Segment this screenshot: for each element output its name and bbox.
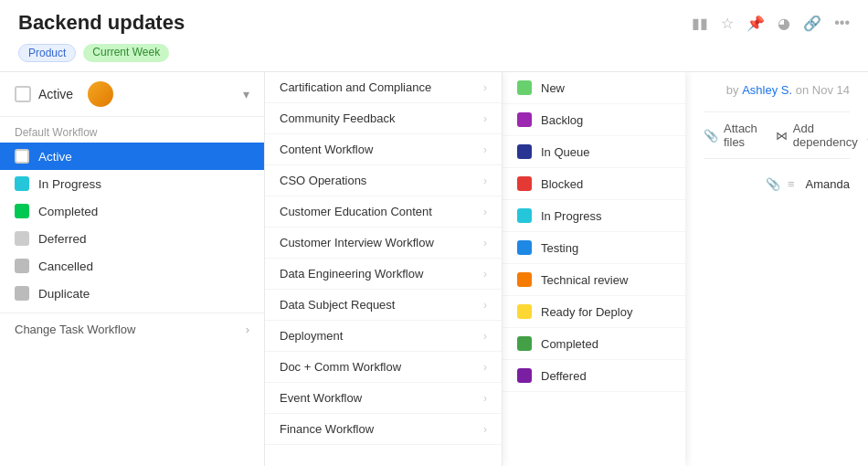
dot-completed-icon xyxy=(517,336,532,351)
main-content: Active ▾ Default Workflow Active In Prog… xyxy=(0,72,868,466)
chevron-right-icon: › xyxy=(483,81,487,94)
dot-testing-icon xyxy=(517,240,532,255)
chevron-right-icon: › xyxy=(483,268,487,281)
attachment-icon[interactable]: 📎 xyxy=(766,177,780,191)
dot-inqueue-icon xyxy=(517,144,532,159)
status-label-duplicate: Duplicate xyxy=(38,287,90,301)
list-item[interactable]: Community Feedback › xyxy=(265,103,502,134)
page-title: Backend updates xyxy=(18,11,185,35)
status-item-completed[interactable]: Completed xyxy=(0,197,264,225)
status-option-label: Completed xyxy=(541,337,598,351)
list-item[interactable]: Event Workflow › xyxy=(265,383,502,414)
status-option-label: Technical review xyxy=(541,273,628,287)
list-item[interactable]: Customer Education Content › xyxy=(265,196,502,228)
calendar-icon[interactable]: ▮▮ xyxy=(692,15,708,32)
status-dropdown[interactable]: Active ▾ xyxy=(0,72,264,117)
status-option-new[interactable]: New xyxy=(503,72,685,104)
status-option-techreview[interactable]: Technical review xyxy=(503,264,685,296)
list-item[interactable]: Customer Interview Workflow › xyxy=(265,228,502,259)
dot-blocked-icon xyxy=(517,176,532,191)
list-item[interactable]: Cartification and Compliance › xyxy=(265,72,502,103)
rss-icon[interactable]: ◕ xyxy=(778,15,790,32)
chevron-right-icon: › xyxy=(483,237,487,249)
more-icon[interactable]: ••• xyxy=(834,15,850,31)
status-option-label: New xyxy=(541,81,565,95)
status-panel: Active ▾ Default Workflow Active In Prog… xyxy=(0,72,265,466)
tag-current-week[interactable]: Current Week xyxy=(83,44,169,62)
chevron-right-icon: › xyxy=(483,299,487,312)
workflow-item-label: Community Feedback xyxy=(280,111,395,125)
list-icon[interactable]: ≡ xyxy=(788,177,795,191)
status-option-blocked[interactable]: Blocked xyxy=(503,168,685,200)
header-icons: ▮▮ ☆ 📌 ◕ 🔗 ••• xyxy=(692,15,850,32)
task-actions: 📎 Attach files ⋈ Add dependency 18 xyxy=(704,111,850,159)
status-option-deffered[interactable]: Deffered xyxy=(503,360,685,392)
chevron-right-icon: › xyxy=(483,392,487,405)
assignee-action-icons: 📎 ≡ xyxy=(766,177,795,191)
status-option-backlog[interactable]: Backlog xyxy=(503,104,685,136)
list-item[interactable]: Data Subject Request › xyxy=(265,290,502,321)
workflow-item-label: Customer Interview Workflow xyxy=(280,236,434,249)
right-content: by Ashley S. on Nov 14 📎 Attach files ⋈ … xyxy=(685,72,868,466)
chevron-right-icon: › xyxy=(483,330,487,343)
workflow-item-label: Content Workflow xyxy=(280,143,373,156)
list-item[interactable]: Deployment › xyxy=(265,321,502,352)
link-icon[interactable]: 🔗 xyxy=(803,15,821,32)
status-option-readydeploy[interactable]: Ready for Deploy xyxy=(503,296,685,328)
header: Backend updates ▮▮ ☆ 📌 ◕ 🔗 ••• Product C… xyxy=(0,0,868,72)
status-options-panel: New Backlog In Queue Blocked In Progress… xyxy=(503,72,685,466)
list-item[interactable]: Content Workflow › xyxy=(265,134,502,165)
tag-product[interactable]: Product xyxy=(18,44,76,62)
status-option-testing[interactable]: Testing xyxy=(503,232,685,264)
dot-cancelled-icon xyxy=(15,259,29,273)
status-option-inprogress[interactable]: In Progress xyxy=(503,200,685,232)
status-label-cancelled: Cancelled xyxy=(38,259,93,273)
status-option-label: Deffered xyxy=(541,369,587,383)
workflow-item-label: Cartification and Compliance xyxy=(280,80,431,94)
status-option-inqueue[interactable]: In Queue xyxy=(503,136,685,168)
chevron-right-icon: › xyxy=(246,323,249,336)
bottom-assignee-name: Amanda xyxy=(806,177,850,191)
workflow-item-label: Finance Workflow xyxy=(280,422,374,436)
list-item[interactable]: Doc + Comm Workflow › xyxy=(265,352,502,383)
meta-assignee-name[interactable]: Ashley S. xyxy=(742,83,792,97)
chevron-right-icon: › xyxy=(483,175,487,187)
status-item-deferred[interactable]: Deferred xyxy=(0,225,264,252)
header-tags: Product Current Week xyxy=(18,44,850,71)
status-item-duplicate[interactable]: Duplicate xyxy=(0,280,264,307)
status-item-cancelled[interactable]: Cancelled xyxy=(0,252,264,280)
dot-inprogress-icon xyxy=(15,176,29,191)
attach-files-button[interactable]: 📎 Attach files xyxy=(704,122,757,149)
list-item[interactable]: Finance Workflow › xyxy=(265,414,502,445)
status-box-icon xyxy=(15,86,31,102)
chevron-down-icon: ▾ xyxy=(243,87,249,101)
list-item[interactable]: Data Engineering Workflow › xyxy=(265,259,502,290)
pin-icon[interactable]: 📌 xyxy=(746,15,765,32)
dot-active-icon xyxy=(15,149,29,164)
attach-files-label: Attach files xyxy=(724,122,757,149)
dot-deferred-icon xyxy=(15,231,29,246)
status-option-completed[interactable]: Completed xyxy=(503,328,685,360)
status-item-active[interactable]: Active xyxy=(0,143,264,170)
dot-techreview-icon xyxy=(517,272,532,287)
star-icon[interactable]: ☆ xyxy=(721,15,734,32)
dot-inprogress-icon xyxy=(517,208,532,223)
list-item[interactable]: CSO Operations › xyxy=(265,165,502,196)
assignee-row: 📎 ≡ Amanda xyxy=(704,177,850,191)
add-dependency-button[interactable]: ⋈ Add dependency 18 xyxy=(776,122,868,149)
status-option-label: Blocked xyxy=(541,177,583,191)
change-workflow-button[interactable]: Change Task Workflow › xyxy=(0,312,264,345)
status-option-label: Backlog xyxy=(541,113,583,127)
status-option-label: Ready for Deploy xyxy=(541,305,632,319)
add-dependency-label: Add dependency xyxy=(793,122,858,149)
workflow-list: Cartification and Compliance › Community… xyxy=(265,72,502,445)
workflow-item-label: Doc + Comm Workflow xyxy=(280,360,401,374)
selected-status-label: Active xyxy=(38,87,73,101)
paperclip-icon: 📎 xyxy=(704,129,718,143)
workflow-item-label: CSO Operations xyxy=(280,174,366,187)
status-option-label: In Progress xyxy=(541,209,601,223)
chevron-right-icon: › xyxy=(483,112,487,125)
dot-deffered-icon xyxy=(517,368,532,383)
dot-readydeploy-icon xyxy=(517,304,532,319)
status-item-inprogress[interactable]: In Progress xyxy=(0,170,264,197)
